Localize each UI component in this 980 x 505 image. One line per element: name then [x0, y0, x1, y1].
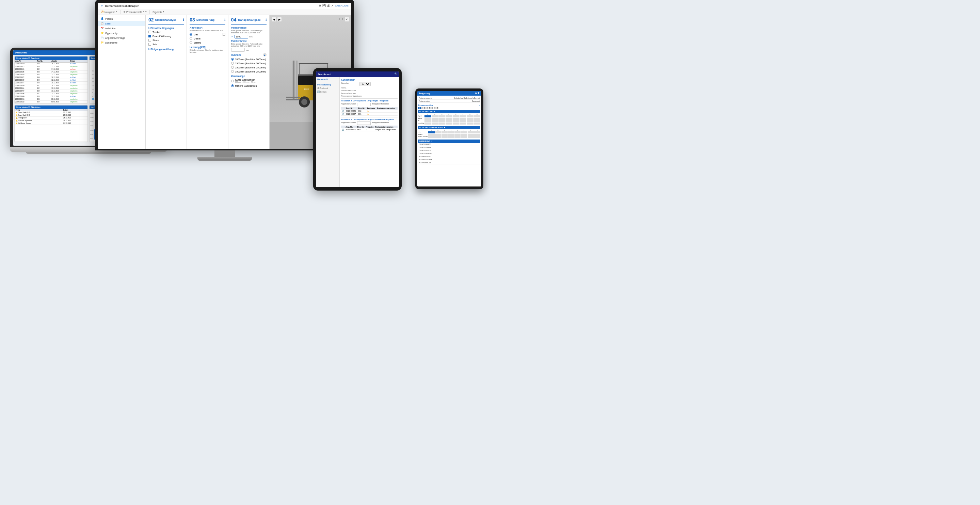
bereifung-header[interactable]: BEREIFUNG ▼: [418, 140, 480, 143]
option-saure[interactable]: Säure: [148, 38, 184, 42]
product-view-btn[interactable]: 👁 Produktansicht ✕ ▾: [123, 11, 147, 13]
option-elektro[interactable]: Elektro: [189, 40, 225, 44]
page-4-btn[interactable]: 4: [426, 107, 428, 109]
activity-row[interactable]: 🔔 Muhlbauer Reisen24.11.2020: [14, 122, 88, 125]
radio-diesel[interactable]: [189, 37, 192, 40]
page-1-btn[interactable]: 1: [418, 107, 421, 109]
image-options-btn[interactable]: ⋮⋮: [338, 17, 344, 20]
toolbar-copy-icon[interactable]: ⧉: [319, 4, 321, 8]
navigator-btn[interactable]: 🧭 Navigator ✕: [101, 11, 118, 13]
palette-length-input[interactable]: [234, 35, 248, 38]
checkbox-trocken[interactable]: [148, 31, 151, 33]
activity-row[interactable]: 🔔 Sauer Bank OHG25.11.2020: [14, 114, 88, 117]
result-btn[interactable]: Ergebnis ▾: [153, 11, 164, 13]
rd-row[interactable]: 🔄 2019-00027 001 ⚠: [341, 113, 398, 116]
activity-row[interactable]: 🔔 Freitag GbR25.11.2020: [14, 117, 88, 119]
nav-item-offers[interactable]: 📄 Angebote/Verträge: [98, 35, 145, 40]
nav-item-documents[interactable]: 📁 Dokumente: [98, 40, 145, 45]
prev-image-btn[interactable]: ◀: [272, 17, 277, 22]
option-zinken-kurz[interactable]: Kurze Gabelzinken 800mm × 80mm × 40mm: [231, 78, 267, 84]
nav-close-icon[interactable]: ✕: [115, 11, 118, 13]
activity-row[interactable]: 🔔 Sauer Bank OHG28.11.2020: [14, 111, 88, 114]
rd-closed-row[interactable]: 🔄 2019-00025 003 ✓ Freigabe ohne Auflage…: [341, 128, 398, 131]
step-04-info-btn[interactable]: ℹ: [266, 18, 267, 21]
nav-item-person[interactable]: 👤 Person: [98, 16, 145, 21]
option-trocken[interactable]: Trocken: [148, 30, 184, 34]
step-02-info-btn[interactable]: ℹ: [183, 18, 184, 21]
bereifung-item[interactable]: CONT004BNCN: [418, 152, 480, 155]
radio-gas[interactable]: [189, 33, 192, 36]
add-row-btn[interactable]: +: [479, 104, 480, 106]
option-salz[interactable]: Salz: [148, 42, 184, 46]
radio-hub-2500a[interactable]: [231, 62, 234, 65]
checkbox-salz[interactable]: [148, 43, 151, 46]
bereifung-item[interactable]: MARA031ARST: [418, 155, 480, 158]
checkbox-saure[interactable]: [148, 39, 151, 41]
table-row[interactable]: 2020-00021000416.11.2020in Arbeit: [14, 63, 88, 65]
language-select[interactable]: de en: [360, 82, 371, 86]
sidebar-produktkatalog[interactable]: Produktkatalog: [316, 83, 339, 86]
bereifung-item[interactable]: CONT003BELS: [418, 149, 480, 152]
bereifung-item[interactable]: CONT011ARN4: [418, 146, 480, 149]
page-8-btn[interactable]: 8: [436, 107, 439, 109]
expand-image-btn[interactable]: ⤢: [344, 17, 349, 22]
sidebar-item-produkt-a[interactable]: ⚙ Produkt A: [316, 86, 339, 90]
page-6-btn[interactable]: 6: [431, 107, 434, 109]
table-row[interactable]: 2020-00013400210.11.2020angeboten: [14, 87, 88, 90]
bereifung-item[interactable]: CONT024ARST: [418, 143, 480, 146]
radio-zinken-mittel[interactable]: [231, 84, 234, 87]
option-feucht[interactable]: Feucht/ Witterung: [148, 34, 184, 38]
toolbar-print-icon[interactable]: 🖨: [327, 4, 330, 8]
st-icon1[interactable]: ⧉: [475, 92, 477, 95]
angebotsnummer-input[interactable]: [357, 103, 371, 106]
hubhoehe-arrow-icon[interactable]: ▶: [263, 53, 267, 57]
page-7-btn[interactable]: 7: [434, 107, 436, 109]
bodenbeschaffenheit-header[interactable]: BODENBESCHAFFENHEIT ▼: [418, 126, 480, 129]
toolbar-save-icon[interactable]: 💾: [322, 4, 326, 8]
checkbox-feucht[interactable]: [148, 35, 151, 37]
option-diesel[interactable]: Diesel: [189, 37, 225, 40]
option-hub-2500a[interactable]: 2500mm (Bauhöhe 2000mm): [231, 61, 267, 65]
gas-checkbox[interactable]: [223, 33, 225, 36]
table-row[interactable]: 2020-00000000310.11.2020in Arbeit: [14, 95, 88, 98]
table-row[interactable]: 2020-00002600111.11.2020angeboten: [14, 84, 88, 87]
table-row[interactable]: 2020-00021300309.11.2020angeboten: [14, 98, 88, 101]
toolbar-share-icon[interactable]: ↗: [331, 4, 334, 8]
option-hub-2500b[interactable]: 2500mm (Bauhöhe 2500mm): [231, 65, 267, 70]
page-3-btn[interactable]: 3: [423, 107, 426, 109]
option-zinken-mittel[interactable]: Mittlere Gabelzinken: [231, 84, 267, 88]
nav-item-lead[interactable]: 📋 Lead: [98, 21, 145, 26]
sidebar-nutzerprofil[interactable]: Nutzerprofil: [316, 77, 339, 81]
bereifung-item[interactable]: MARA033BELS: [418, 161, 480, 164]
nav-item-opportunity[interactable]: ⭐ Opportunity: [98, 31, 145, 35]
table-row[interactable]: 2020-00067700411.11.2020in Arbeit: [14, 82, 88, 84]
radio-elektro[interactable]: [189, 41, 192, 44]
table-row[interactable]: 2020-00001600213.11.2020angeboten: [14, 73, 88, 76]
table-row[interactable]: 2020-00066100214.11.2020verloren: [14, 68, 88, 71]
table-row[interactable]: 2020-00012200209.01.2020angeboten: [14, 101, 88, 103]
option-hub-3500[interactable]: 3500mm (Bauhöhe 2500mm): [231, 70, 267, 73]
option-gas[interactable]: Gas: [189, 32, 225, 37]
result-chevron-icon[interactable]: ▾: [163, 11, 164, 13]
table-row[interactable]: 2020-00047200412.11.2020in Arbeit: [14, 76, 88, 79]
radio-hub-3500[interactable]: [231, 70, 234, 73]
pv-chevron-icon[interactable]: ▾: [145, 11, 147, 13]
page-5-btn[interactable]: 5: [428, 107, 431, 109]
palette-width-input[interactable]: [231, 48, 245, 52]
table-row[interactable]: 2020-00003600110.11.2020angeboten: [14, 92, 88, 95]
step-03-info-btn[interactable]: ℹ: [224, 18, 225, 21]
page-2-btn[interactable]: 2: [421, 107, 423, 109]
radio-hub-2500b[interactable]: [231, 66, 234, 69]
sidebar-item-system[interactable]: 🔄 System: [316, 90, 339, 94]
nav-item-activities[interactable]: 📅 Aktivitäten: [98, 26, 145, 31]
option-hub-2000[interactable]: 2000mm (Bauhöhe 2000mm): [231, 57, 267, 61]
activity-row[interactable]: 🔔 Schroder Ingenieure24.11.2020: [14, 119, 88, 122]
table-row[interactable]: 2020-00050900412.11.2020in Arbeit: [14, 79, 88, 82]
table-row[interactable]: 2020-00061300315.11.2020angeboten: [14, 65, 88, 68]
pv-close-icon[interactable]: ✕: [143, 11, 145, 13]
table-row[interactable]: 2020-00078700210.11.2020angeboten: [14, 90, 88, 92]
rd-row[interactable]: 🔄 2019-00025 002 ⚠: [341, 110, 398, 113]
bodenbelag-header[interactable]: BODENBELAG ▼: [418, 110, 480, 113]
radio-zinken-kurz[interactable]: [231, 79, 234, 83]
radio-hub-2000[interactable]: [231, 58, 234, 60]
